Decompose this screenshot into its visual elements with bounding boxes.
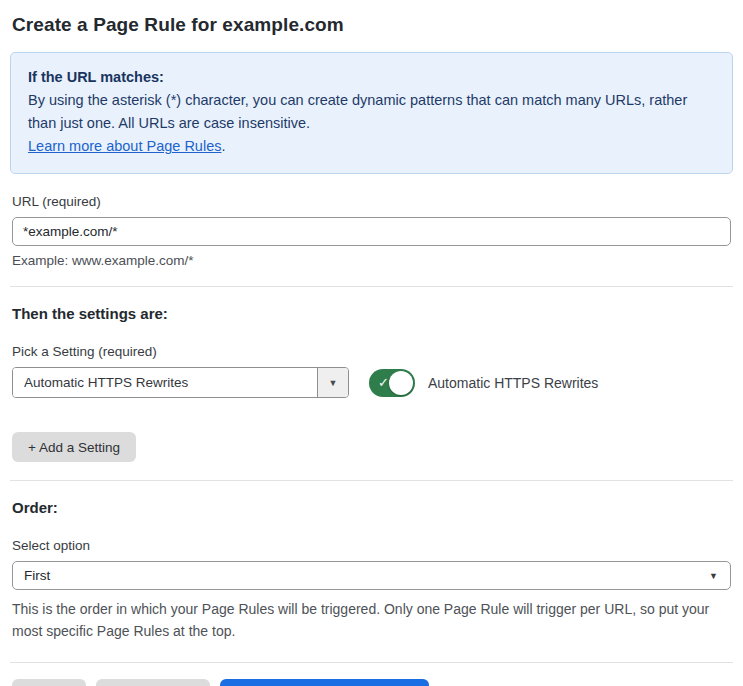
url-matches-info-box: If the URL matches: By using the asteris… (10, 52, 733, 174)
setting-dropdown[interactable]: Automatic HTTPS Rewrites ▼ (12, 367, 349, 398)
divider (10, 662, 733, 663)
save-deploy-button[interactable]: Save and Deploy Page Rule (220, 679, 430, 686)
order-select-value: First (24, 568, 50, 583)
footer-buttons: Cancel Save as Draft Save and Deploy Pag… (12, 679, 731, 686)
save-draft-button[interactable]: Save as Draft (96, 679, 210, 686)
setting-row: Automatic HTTPS Rewrites ▼ ✓ Automatic H… (12, 367, 731, 398)
pick-setting-label: Pick a Setting (required) (12, 344, 731, 359)
toggle-label: Automatic HTTPS Rewrites (428, 375, 598, 391)
info-box-heading: If the URL matches: (28, 66, 715, 89)
url-field-label: URL (required) (12, 194, 731, 209)
create-page-rule-form: Create a Page Rule for example.com If th… (0, 0, 743, 686)
divider (10, 286, 733, 287)
https-rewrites-toggle[interactable]: ✓ (369, 369, 415, 397)
info-box-link-line: Learn more about Page Rules. (28, 135, 715, 158)
info-box-body: By using the asterisk (*) character, you… (28, 89, 715, 135)
learn-more-link[interactable]: Learn more about Page Rules (28, 138, 221, 154)
page-title: Create a Page Rule for example.com (12, 14, 731, 36)
add-setting-button[interactable]: + Add a Setting (12, 432, 136, 462)
order-section-heading: Order: (12, 499, 731, 516)
cancel-button[interactable]: Cancel (12, 679, 86, 686)
settings-section-heading: Then the settings are: (12, 305, 731, 322)
setting-dropdown-value: Automatic HTTPS Rewrites (13, 368, 317, 397)
toggle-knob (389, 371, 413, 395)
check-icon: ✓ (378, 375, 389, 391)
url-input[interactable] (12, 217, 731, 246)
chevron-down-icon: ▼ (329, 378, 338, 388)
order-helper-text: This is the order in which your Page Rul… (12, 598, 731, 642)
setting-dropdown-button[interactable]: ▼ (317, 368, 348, 397)
chevron-down-icon: ▼ (709, 571, 718, 581)
select-option-label: Select option (12, 538, 731, 553)
divider (10, 480, 733, 481)
link-suffix: . (221, 138, 225, 154)
order-select[interactable]: First ▼ (12, 561, 731, 590)
url-example-text: Example: www.example.com/* (12, 253, 731, 268)
